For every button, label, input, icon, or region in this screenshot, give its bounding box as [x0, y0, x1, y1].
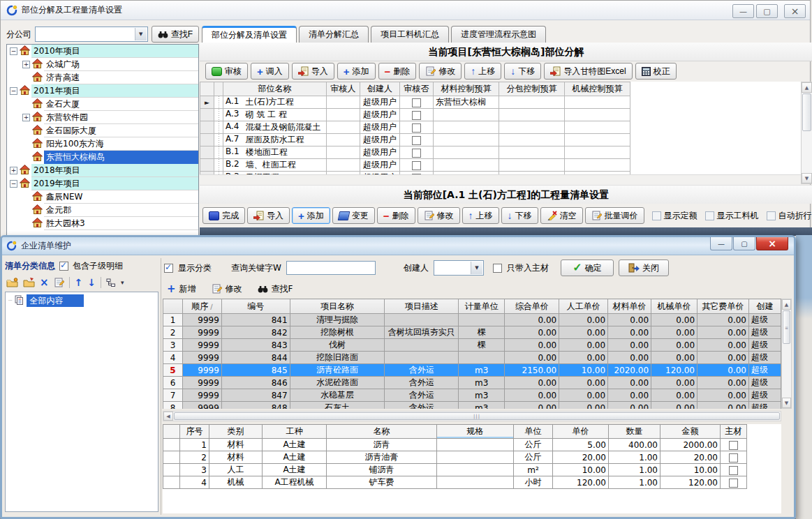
creator-combobox[interactable]: ▼ — [434, 260, 484, 276]
tree-item[interactable]: −2010年项目 — [7, 45, 198, 58]
batch-price-button[interactable]: 批量调价 — [585, 207, 644, 224]
main-material-checkbox[interactable] — [729, 479, 738, 488]
modify-list-button[interactable]: 修改 — [418, 207, 460, 224]
main-material-checkbox[interactable] — [729, 466, 738, 475]
table-row[interactable]: 19999841清理与掘除0.000.000.000.000.00超级 — [163, 314, 781, 326]
close-dialog-button[interactable]: 关闭 — [619, 260, 669, 276]
tab-labor-summary[interactable]: 项目工料机汇总 — [371, 26, 449, 43]
minus-expander-icon[interactable]: − — [10, 87, 17, 95]
ok-button[interactable]: ✓ 确定 — [561, 260, 614, 276]
column-header[interactable]: 机械单价 — [651, 299, 697, 314]
approved-checkbox[interactable] — [412, 123, 421, 133]
column-header[interactable]: 创建 — [748, 299, 781, 314]
include-children-checkbox[interactable] — [59, 262, 68, 271]
table-row[interactable]: 2材料A土建沥青油膏公斤20.001.0020.00 — [163, 451, 747, 464]
caret-down-icon[interactable]: ▾ — [121, 279, 124, 286]
tree-item[interactable]: 金石大厦 — [7, 98, 198, 111]
approved-checkbox[interactable] — [412, 149, 421, 158]
move-down-icon[interactable]: ↓ — [87, 278, 96, 287]
scrollbar-thumb[interactable]: ||| — [174, 412, 780, 420]
table-row[interactable]: 39999843伐树棵0.000.000.000.000.00超级 — [163, 339, 781, 352]
plus-expander-icon[interactable]: + — [10, 167, 17, 174]
minus-expander-icon[interactable]: − — [10, 47, 17, 55]
clear-button[interactable]: 清空 — [540, 207, 583, 224]
tab-progress-flow[interactable]: 进度管理流程示意图 — [451, 26, 546, 43]
load-in-button[interactable]: +调入 — [251, 63, 289, 80]
move-up-list-button[interactable]: ↑上移 — [462, 207, 499, 224]
selected-table-row[interactable]: 59999845沥青砼路面含外运m32150.0010.002020.00120… — [163, 364, 781, 377]
add-list-button[interactable]: +添加 — [292, 207, 330, 224]
approved-checkbox[interactable] — [412, 111, 421, 120]
table-row[interactable]: 49999844挖除旧路面0.000.000.000.000.00超级 — [163, 352, 781, 364]
tree-item[interactable]: 金石国际大厦 — [7, 124, 198, 137]
only-main-material-checkbox[interactable] — [493, 264, 502, 273]
branch-combobox[interactable]: ▼ — [35, 27, 148, 42]
dialog-minimize-button[interactable]: — — [710, 237, 732, 250]
delete-button[interactable]: −删除 — [378, 63, 417, 80]
tree-item[interactable]: 阳光100东方海 — [7, 137, 198, 151]
column-header[interactable]: 顺序∕ — [182, 299, 221, 314]
delete-category-icon[interactable]: × — [40, 278, 49, 288]
table-row[interactable]: 89999848石灰土含外运m30.000.000.000.000.00超级 — [163, 402, 781, 409]
scrollbar-thumb[interactable]: ≡ — [783, 310, 790, 344]
modify-button[interactable]: 修改 — [419, 63, 462, 80]
move-down-button[interactable]: ↓下移 — [504, 63, 541, 80]
main-material-checkbox[interactable] — [729, 453, 738, 462]
add-button[interactable]: +添加 — [337, 63, 376, 80]
maximize-button[interactable]: ▢ — [756, 4, 778, 18]
change-button[interactable]: 变更 — [332, 207, 375, 224]
modify-item-button[interactable]: 修改 — [212, 283, 242, 295]
chevron-down-icon[interactable]: ▼ — [471, 262, 482, 274]
tree-item[interactable]: −2011年项目 — [7, 84, 198, 98]
import-gantt-excel-button[interactable]: 导入甘特图Excel — [544, 63, 632, 80]
table-row[interactable]: B.2墙、柱面工程超级用户 — [200, 159, 630, 172]
column-header[interactable]: 其它费单价 — [697, 299, 749, 314]
show-resources-option[interactable]: 显示工料机 — [705, 210, 759, 222]
import-list-button[interactable]: 导入 — [247, 207, 290, 224]
scroll-up-icon[interactable]: ▲ — [782, 299, 791, 310]
tree-item[interactable]: −2019年项目 — [7, 177, 198, 190]
find-button[interactable]: 查找F — [152, 26, 199, 43]
category-tree-root[interactable]: ┈ 全部内容 — [6, 294, 158, 307]
move-down-list-button[interactable]: ↓下移 — [501, 207, 538, 224]
main-material-checkbox[interactable] — [729, 441, 738, 450]
close-button[interactable]: × — [784, 4, 806, 18]
tab-parts-setup[interactable]: 部位分解及清单设置 — [202, 26, 297, 43]
delete-list-button[interactable]: −删除 — [377, 207, 415, 224]
scrollbar-thumb[interactable] — [802, 93, 811, 131]
column-header[interactable]: 人工单价 — [559, 299, 608, 314]
audit-button[interactable]: 审核 — [205, 63, 248, 80]
minimize-button[interactable]: — — [732, 4, 754, 18]
approved-checkbox[interactable] — [412, 98, 421, 107]
list-vertical-scrollbar[interactable]: ▲ ≡ ▼ — [781, 299, 792, 409]
edit-doc-icon[interactable] — [54, 278, 64, 288]
column-header[interactable]: 材料单价 — [608, 299, 651, 314]
table-row[interactable]: A.7屋面及防水工程超级用户 — [200, 134, 630, 146]
approved-checkbox[interactable] — [412, 161, 421, 170]
tree-item[interactable]: 胜大园林3 — [7, 217, 198, 230]
minus-expander-icon[interactable]: − — [10, 180, 17, 188]
finish-button[interactable]: 完成 — [202, 207, 245, 224]
move-up-icon[interactable]: ↑ — [75, 278, 83, 287]
tree-item[interactable]: +东营软件园 — [7, 111, 198, 124]
show-quota-option[interactable]: 显示定额 — [652, 210, 697, 222]
new-folder-icon[interactable] — [6, 278, 18, 287]
list-horizontal-scrollbar[interactable]: ◀ ||| — [163, 411, 781, 421]
plus-expander-icon[interactable]: + — [22, 114, 30, 121]
column-header[interactable]: 项目描述 — [385, 299, 459, 314]
scroll-up-icon[interactable]: ▲ — [802, 82, 812, 93]
calibrate-button[interactable]: 校正 — [635, 63, 677, 80]
tree-item[interactable]: +众城广场 — [7, 58, 198, 71]
parts-vertical-scrollbar[interactable]: ▲ ▼ — [801, 82, 812, 184]
find-item-button[interactable]: 查找F — [258, 283, 293, 295]
column-header[interactable]: 综合单价 — [505, 299, 559, 314]
tree-item[interactable]: 济青高速 — [7, 71, 198, 84]
table-row[interactable]: 29999842挖除树根含树坑回填夯实只棵0.000.000.000.000.0… — [163, 326, 781, 339]
show-category-checkbox[interactable] — [164, 264, 173, 273]
tree-item[interactable]: 鑫辰NEW — [7, 190, 198, 204]
plus-expander-icon[interactable]: + — [22, 61, 30, 68]
hierarchy-icon[interactable] — [106, 278, 116, 287]
dialog-close-button[interactable]: × — [756, 237, 788, 250]
table-row[interactable]: B.1楼地面工程超级用户 — [200, 146, 630, 159]
column-header[interactable]: 项目名称 — [290, 299, 385, 314]
